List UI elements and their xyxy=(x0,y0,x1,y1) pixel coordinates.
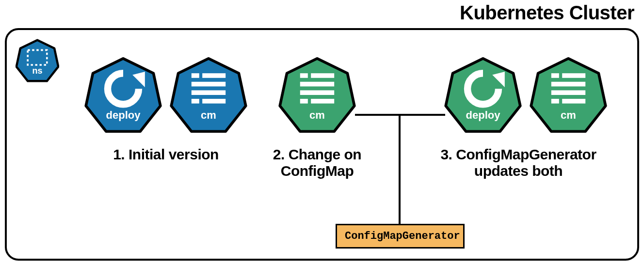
configmap-heptagon-green-2: cm xyxy=(530,56,607,134)
deploy-green-label: deploy xyxy=(444,109,522,122)
svg-rect-25 xyxy=(551,99,559,104)
svg-rect-12 xyxy=(300,73,308,78)
svg-rect-6 xyxy=(202,73,225,78)
svg-rect-5 xyxy=(192,73,199,78)
deploy-heptagon-blue: deploy xyxy=(84,56,162,134)
svg-rect-21 xyxy=(551,73,559,78)
deploy-heptagon-green: deploy xyxy=(444,56,522,134)
svg-rect-13 xyxy=(311,73,334,78)
svg-rect-14 xyxy=(300,82,334,87)
svg-rect-9 xyxy=(192,99,199,104)
svg-rect-26 xyxy=(562,99,585,104)
step1-caption: 1. Initial version xyxy=(84,146,247,163)
namespace-heptagon: ns xyxy=(16,39,59,82)
configmap-heptagon-green-1: cm xyxy=(278,56,356,134)
svg-rect-22 xyxy=(562,73,585,78)
svg-rect-23 xyxy=(551,82,585,87)
cluster-container: ns deploy cm xyxy=(5,28,639,261)
configmap-heptagon-blue: cm xyxy=(170,56,247,134)
cm-blue-label: cm xyxy=(170,109,247,122)
cluster-title: Kubernetes Cluster xyxy=(460,2,634,24)
configmap-generator-box: ConfigMapGenerator xyxy=(336,224,465,249)
cm-green1-label: cm xyxy=(278,109,356,122)
svg-rect-15 xyxy=(300,90,334,95)
svg-rect-16 xyxy=(300,99,308,104)
svg-rect-7 xyxy=(192,82,225,87)
step2-line2: ConfigMap xyxy=(281,163,354,179)
step2-line1: 2. Change on xyxy=(273,146,361,162)
step3-caption: 3. ConfigMapGenerator updates both xyxy=(429,146,608,179)
step3-line2: updates both xyxy=(474,163,563,179)
namespace-label: ns xyxy=(16,66,59,76)
step3-line1: 3. ConfigMapGenerator xyxy=(440,146,596,162)
connector-vertical xyxy=(399,114,401,225)
step2-caption: 2. Change on ConfigMap xyxy=(269,146,366,179)
cm-green2-label: cm xyxy=(530,109,607,122)
svg-rect-24 xyxy=(551,90,585,95)
deploy-blue-label: deploy xyxy=(84,109,162,122)
svg-rect-8 xyxy=(192,90,225,95)
svg-rect-17 xyxy=(311,99,334,104)
svg-rect-10 xyxy=(202,99,225,104)
